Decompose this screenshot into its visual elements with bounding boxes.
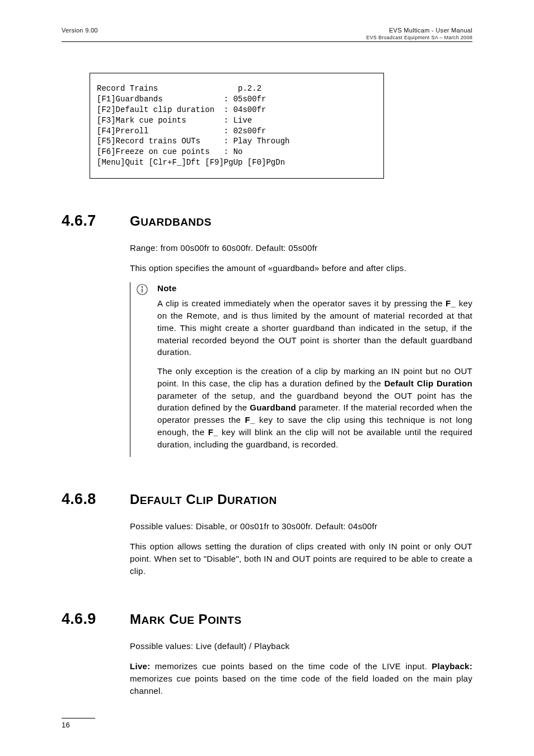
values-line: Possible values: Disable, or 00s01fr to … — [130, 520, 472, 533]
title-cap: C — [186, 492, 196, 507]
header-right-sub: EVS Broadcast Equipment SA – March 2008 — [366, 35, 472, 40]
section-number: 4.6.7 — [62, 212, 112, 230]
note-block: Note A clip is created immediately when … — [130, 282, 472, 458]
section-title: DEFAULT CLIP DURATION — [130, 492, 277, 507]
title-cap: D — [130, 492, 140, 507]
intro-line: This option specifies the amount of «gua… — [130, 262, 472, 274]
text: A clip is created immediately when the o… — [157, 298, 446, 308]
section-mark-cue-points-heading: 4.6.9 MARK CUE POINTS — [62, 610, 472, 628]
header-left: Version 9.00 — [62, 27, 98, 40]
section-guardbands-heading: 4.6.7 GUARDBANDS — [62, 212, 472, 230]
code-line: [Menu]Quit [Clr+F_]Dft [F9]PgUp [F0]PgDn — [97, 158, 285, 167]
code-line: [F1]Guardbands : 05s00fr — [97, 95, 266, 104]
bold-term: Live: — [130, 661, 151, 671]
title-cap: G — [130, 213, 140, 228]
title-cap: D — [217, 492, 227, 507]
section-number: 4.6.9 — [62, 610, 112, 628]
key-label: F_ — [245, 415, 255, 424]
code-line: [F3]Mark cue points : Live — [97, 116, 252, 125]
title-cap: C — [169, 612, 179, 627]
bold-term: Default Clip Duration — [384, 379, 472, 388]
title-rest: EFAULT — [140, 494, 182, 506]
title-rest: LIP — [196, 494, 213, 506]
code-line: Record Trains p.2.2 — [97, 84, 261, 93]
note-paragraph-1: A clip is created immediately when the o… — [157, 297, 472, 358]
title-rest: URATION — [227, 494, 277, 506]
note-label: Note — [157, 282, 472, 295]
text: memorizes cue points based on the time c… — [130, 674, 472, 696]
title-rest: OINTS — [208, 614, 241, 626]
section-number: 4.6.8 — [62, 491, 112, 508]
title-cap: M — [130, 612, 141, 627]
mark-cue-points-body: Possible values: Live (default) / Playba… — [130, 640, 472, 697]
note-paragraph-2: The only exception is the creation of a … — [157, 365, 472, 450]
title-cap: P — [199, 612, 208, 627]
code-line: [F4]Preroll : 02s00fr — [97, 127, 266, 136]
code-line: [F2]Default clip duration : 04s00fr — [97, 105, 266, 114]
values-line: Possible values: Live (default) / Playba… — [130, 640, 472, 652]
title-rest: ARK — [141, 614, 165, 626]
section-default-clip-duration-heading: 4.6.8 DEFAULT CLIP DURATION — [62, 491, 472, 508]
code-line: [F6]Freeze on cue points : No — [97, 147, 242, 156]
default-clip-duration-body: Possible values: Disable, or 00s01fr to … — [130, 520, 472, 577]
key-label: F_ — [446, 298, 456, 308]
title-rest: UARDBANDS — [140, 216, 212, 228]
bold-term: Guardband — [250, 403, 296, 412]
section-title: GUARDBANDS — [130, 213, 212, 229]
info-icon — [136, 283, 148, 296]
text: memorizes cue points based on the time c… — [151, 661, 432, 671]
svg-rect-2 — [142, 288, 143, 292]
description-paragraph: Live: memorizes cue points based on the … — [130, 660, 472, 697]
range-line: Range: from 00s00fr to 60s00fr. Default:… — [130, 242, 472, 254]
record-trains-config-box: Record Trains p.2.2 [F1]Guardbands : 05s… — [90, 73, 384, 179]
page-header: Version 9.00 EVS Multicam - User Manual … — [62, 27, 472, 42]
svg-point-1 — [142, 286, 143, 288]
description-line: This option allows setting the duration … — [130, 540, 472, 577]
section-title: MARK CUE POINTS — [130, 612, 242, 627]
code-line: [F5]Record trains OUTs : Play Through — [97, 137, 289, 146]
page-number: 16 — [62, 718, 95, 729]
guardbands-body: Range: from 00s00fr to 60s00fr. Default:… — [130, 242, 472, 274]
key-label: F_ — [208, 427, 218, 437]
header-right-top: EVS Multicam - User Manual — [389, 27, 472, 34]
header-right: EVS Multicam - User Manual EVS Broadcast… — [366, 27, 472, 40]
bold-term: Playback: — [432, 661, 472, 671]
title-rest: UE — [179, 614, 194, 626]
note-body: Note A clip is created immediately when … — [157, 282, 472, 458]
